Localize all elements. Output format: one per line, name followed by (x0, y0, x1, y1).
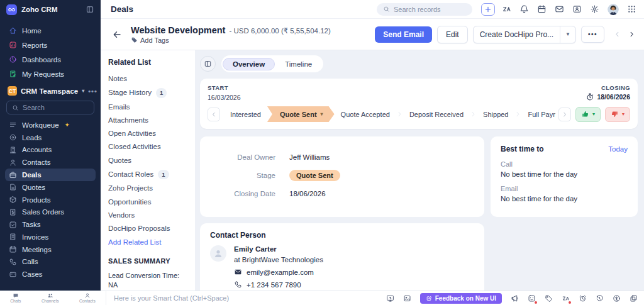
image-settings-icon[interactable] (403, 294, 411, 302)
contact-email-row[interactable]: emily@example.com (234, 268, 323, 276)
stage-scroll-right-button[interactable] (558, 108, 571, 121)
sidebar-item-deals[interactable]: Deals (5, 169, 96, 181)
stage-quote-sent[interactable]: Quote Sent▾ (267, 106, 335, 122)
apps-grid-icon[interactable] (627, 4, 636, 14)
stage-full-payment-received[interactable]: Full Payment Received (521, 111, 555, 118)
sidebar-item-quotes[interactable]: Quotes (5, 181, 96, 194)
home-icon (9, 26, 17, 35)
quick-create-button[interactable] (481, 3, 495, 16)
reminders-alarm-icon[interactable] (579, 294, 587, 302)
global-search-input[interactable]: Search records (377, 3, 472, 16)
related-item-dochipo-proposals[interactable]: DocHipo Proposals (108, 225, 187, 233)
stage-interested[interactable]: Interested (223, 111, 268, 118)
sidebar-item-accounts[interactable]: Accounts (5, 144, 96, 157)
accessibility-icon[interactable] (613, 294, 621, 302)
related-item-closed-activities[interactable]: Closed Activities (108, 143, 187, 151)
chatbox-icon (9, 270, 17, 279)
history-icon[interactable] (596, 294, 604, 302)
related-item-contact-roles[interactable]: Contact Roles1 (108, 170, 187, 179)
collapse-sidebar-icon[interactable] (86, 5, 94, 14)
mark-lost-button[interactable]: ▾ (605, 107, 630, 122)
contact-name[interactable]: Emily Carter (234, 245, 323, 253)
related-item-stage-history[interactable]: Stage History1 (108, 88, 187, 97)
sidebar-item-cases[interactable]: Cases (5, 268, 96, 280)
smart-chat-input[interactable]: Here is your Smart Chat (Ctrl+Space) (106, 291, 381, 305)
settings-gear-icon[interactable] (590, 4, 599, 14)
dock-tab-channels[interactable]: Channels (42, 292, 58, 303)
tag-icon[interactable] (545, 294, 553, 302)
related-item-label: Notes (108, 75, 127, 83)
box-icon (9, 196, 17, 204)
sidebar-item-reports[interactable]: Reports (5, 38, 96, 52)
count-badge: 1 (156, 88, 167, 97)
feedback-smiley-icon[interactable] (528, 294, 536, 302)
calendar-icon[interactable] (537, 4, 547, 14)
stage-deposit-received[interactable]: Deposit Received (402, 111, 470, 118)
sidebar-item-contacts[interactable]: Contacts (5, 156, 96, 169)
sidebar-item-products[interactable]: Products (5, 194, 96, 206)
related-item-label: Quotes (108, 157, 131, 165)
sidebar-item-meetings[interactable]: Meetings (5, 243, 96, 256)
related-item-attachments[interactable]: Attachments (108, 116, 187, 125)
previous-record-icon[interactable] (614, 31, 621, 38)
sidebar-item-invoices[interactable]: Invoices (5, 231, 96, 243)
zia-icon[interactable] (502, 4, 511, 14)
sidebar-item-calls[interactable]: Calls (5, 256, 96, 269)
best-time-today-link[interactable]: Today (608, 145, 628, 153)
back-arrow-icon[interactable] (112, 30, 122, 40)
sidebar-item-dashboards[interactable]: Dashboards (5, 52, 96, 67)
next-record-icon[interactable] (628, 31, 635, 38)
stage-quote-accepted[interactable]: Quote Accepted (334, 111, 397, 118)
add-tags-link[interactable]: Add Tags (131, 36, 331, 44)
stage-scroll-left-button[interactable] (208, 108, 220, 121)
user-avatar[interactable] (608, 4, 619, 15)
best-time-email-label: Email (501, 185, 628, 192)
dock-tab-chats[interactable]: Chats (10, 292, 21, 303)
sidebar-search-input[interactable]: Search (6, 101, 94, 114)
sidebar-item-label: Deals (22, 171, 42, 179)
related-item-notes[interactable]: Notes (108, 75, 187, 83)
field-value: 18/06/2026 (289, 190, 326, 197)
chevron-down-icon[interactable]: ▼ (560, 26, 575, 43)
sidebar-item-sales-orders[interactable]: Sales Orders (5, 206, 96, 218)
stage-shipped[interactable]: Shipped (476, 111, 515, 118)
notifications-bell-icon[interactable] (519, 4, 529, 14)
related-item-open-activities[interactable]: Open Activities (108, 130, 187, 138)
sidebar-item-tasks[interactable]: Tasks (5, 218, 96, 231)
tab-timeline[interactable]: Timeline (275, 58, 322, 70)
receipt-icon (9, 233, 17, 241)
side-panel-toggle-button[interactable] (200, 56, 216, 72)
contact-email: emily@example.com (247, 269, 314, 276)
create-dochipo-button[interactable]: Create DocHipo Pro... ▼ (473, 26, 576, 43)
related-item-zoho-projects[interactable]: Zoho Projects (108, 184, 187, 192)
zia-icon[interactable] (562, 294, 570, 302)
edit-button[interactable]: Edit (437, 26, 468, 43)
app-title: Zoho CRM (21, 6, 81, 13)
screen-share-icon[interactable] (386, 294, 394, 302)
contact-card-icon[interactable] (572, 4, 582, 14)
sidebar-item-label: Workqueue (22, 121, 59, 129)
teamspace-switcher[interactable]: CT CRM Teamspace ▾ ••• (5, 81, 96, 100)
mail-icon[interactable] (555, 4, 564, 14)
more-actions-button[interactable]: ••• (581, 26, 604, 43)
send-email-button[interactable]: Send Email (375, 26, 432, 43)
related-item-quotes[interactable]: Quotes (108, 157, 187, 165)
sidebar-item-workqueue[interactable]: Workqueue✦ (5, 119, 96, 131)
announcements-icon[interactable] (511, 294, 519, 302)
sidebar-item-home[interactable]: Home (5, 23, 96, 38)
sidebar-item-leads[interactable]: Leads (5, 131, 96, 144)
sidebar-item-my-requests[interactable]: My Requests (5, 67, 96, 81)
copy-stack-icon[interactable] (630, 294, 638, 302)
mark-won-button[interactable]: ▾ (575, 107, 601, 122)
add-related-list-link[interactable]: Add Related List (108, 238, 187, 247)
related-item-opportunities[interactable]: Opportunities (108, 198, 187, 206)
deal-details-card: Deal OwnerJeff WilliamsStageQuote SentCl… (200, 136, 484, 217)
sidebar: HomeReportsDashboardsMy Requests CT CRM … (0, 19, 101, 291)
teamspace-more-icon[interactable]: ••• (88, 87, 97, 95)
dock-tab-contacts[interactable]: Contacts (79, 292, 96, 303)
related-item-emails[interactable]: Emails (108, 103, 187, 111)
contact-phone-row[interactable]: +1 234 567 7890 (234, 280, 323, 289)
tab-overview[interactable]: Overview (223, 58, 275, 70)
feedback-button[interactable]: Feedback on New UI (420, 293, 502, 304)
related-item-vendors[interactable]: Vendors (108, 211, 187, 219)
